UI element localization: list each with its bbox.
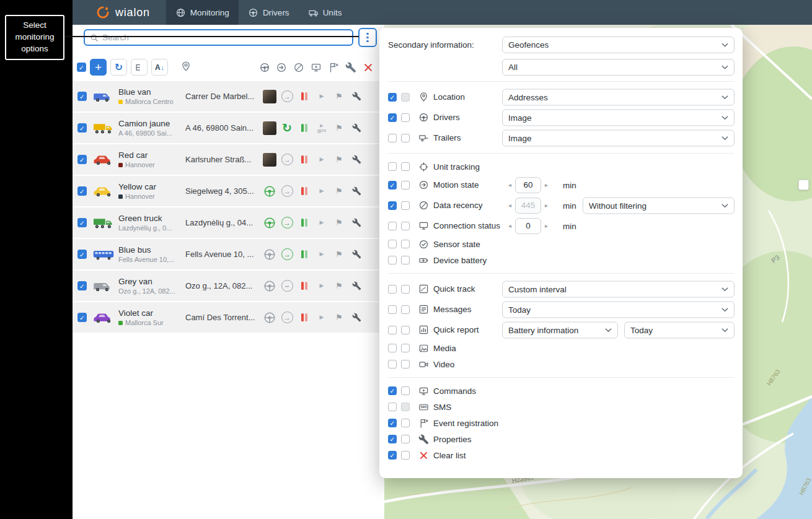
option-main-checkbox[interactable] xyxy=(388,222,397,230)
event-flag-icon[interactable]: ⚑ xyxy=(335,186,343,196)
select-all-checkbox[interactable] xyxy=(77,63,86,72)
properties-wrench-icon[interactable] xyxy=(352,218,361,227)
option-row[interactable]: Data recency ◂ 445 ▸ min Without filteri… xyxy=(388,195,735,216)
stepper[interactable]: ◂ 60 ▸ xyxy=(508,177,548,193)
option-main-checkbox[interactable] xyxy=(388,201,397,210)
unit-checkbox[interactable] xyxy=(77,123,87,133)
commands-play-icon[interactable]: ▶ xyxy=(320,188,324,194)
option-secondary-checkbox[interactable] xyxy=(401,256,410,264)
stepper[interactable]: ◂ 0 ▸ xyxy=(508,218,548,234)
events-column-header[interactable] xyxy=(325,62,342,73)
stepper-value[interactable]: 60 xyxy=(515,177,541,193)
tree-view-button[interactable] xyxy=(131,59,148,76)
driver-thumb[interactable] xyxy=(263,311,276,325)
properties-wrench-icon[interactable] xyxy=(352,92,361,101)
map-control[interactable] xyxy=(798,180,809,190)
option-row[interactable]: SMS xyxy=(388,399,735,415)
option-row[interactable]: Properties xyxy=(388,431,735,447)
option-secondary-checkbox[interactable] xyxy=(401,451,410,460)
commands-play-icon[interactable]: ▶ xyxy=(320,251,324,258)
commands-play-icon[interactable]: ▶ xyxy=(320,94,324,100)
properties-wrench-icon[interactable] xyxy=(352,123,361,133)
option-main-checkbox[interactable] xyxy=(388,403,397,411)
option-select[interactable]: Battery information xyxy=(502,321,618,338)
option-row[interactable]: Video xyxy=(388,356,735,372)
driver-thumb[interactable] xyxy=(263,279,276,293)
recency-column-header[interactable] xyxy=(290,62,307,73)
motion-column-header[interactable] xyxy=(273,62,290,73)
unit-checkbox[interactable] xyxy=(77,155,87,164)
unit-checkbox[interactable] xyxy=(77,250,87,259)
option-main-checkbox[interactable] xyxy=(388,435,397,443)
option-secondary-checkbox[interactable] xyxy=(401,344,410,352)
option-row[interactable]: Clear list xyxy=(388,447,735,463)
option-secondary-checkbox[interactable] xyxy=(401,305,410,314)
option-secondary-checkbox[interactable] xyxy=(401,240,410,248)
properties-wrench-icon[interactable] xyxy=(352,155,361,164)
unit-checkbox[interactable] xyxy=(77,313,87,322)
properties-wrench-icon[interactable] xyxy=(352,186,361,196)
option-row[interactable]: Unit tracking xyxy=(388,159,735,175)
option-main-checkbox[interactable] xyxy=(388,162,397,171)
option-select[interactable]: Without filtering xyxy=(583,197,735,214)
driver-column-header[interactable]: ▾ xyxy=(255,62,273,73)
refresh-button[interactable]: ↻ xyxy=(110,59,127,76)
option-secondary-checkbox[interactable] xyxy=(401,93,410,102)
stepper[interactable]: ◂ 445 ▸ xyxy=(508,198,548,214)
unit-row[interactable]: Yellow car Hannover Siegelweg 4, 305... … xyxy=(73,176,384,206)
option-secondary-checkbox[interactable] xyxy=(401,360,410,369)
option-secondary-checkbox[interactable] xyxy=(401,181,410,190)
option-row[interactable]: Media xyxy=(388,340,735,356)
event-flag-icon[interactable]: ⚑ xyxy=(335,155,343,164)
option-secondary-checkbox[interactable] xyxy=(401,326,410,334)
option-secondary-checkbox[interactable] xyxy=(401,386,410,395)
properties-wrench-icon[interactable] xyxy=(352,250,361,259)
option-row[interactable]: Commands xyxy=(388,383,735,399)
option-row[interactable]: Connection status ◂ 0 ▸ min xyxy=(388,216,735,236)
unit-row[interactable]: Red car Hannover Karlsruher Straß... ▶ ⚑ xyxy=(73,144,384,175)
stepper-decrease-icon[interactable]: ◂ xyxy=(508,222,511,229)
option-select[interactable]: Custom interval xyxy=(502,281,735,297)
option-secondary-checkbox[interactable] xyxy=(401,222,410,230)
option-main-checkbox[interactable] xyxy=(388,386,397,395)
option-secondary-checkbox[interactable] xyxy=(401,285,410,294)
geofence-filter-select[interactable]: All xyxy=(502,59,735,76)
option-select[interactable]: Today xyxy=(502,301,735,318)
option-secondary-checkbox[interactable] xyxy=(401,435,410,443)
option-main-checkbox[interactable] xyxy=(388,285,397,294)
commands-play-icon[interactable]: ▶ xyxy=(320,157,324,163)
option-select[interactable]: Image xyxy=(502,129,735,146)
event-flag-icon[interactable]: ⚑ xyxy=(335,123,343,133)
driver-thumb[interactable] xyxy=(263,121,276,135)
stepper-decrease-icon[interactable]: ◂ xyxy=(508,202,511,209)
properties-column-header[interactable] xyxy=(342,62,360,73)
option-select[interactable]: Today xyxy=(624,321,735,338)
event-flag-icon[interactable]: ⚑ xyxy=(335,92,343,101)
option-row[interactable]: Motion state ◂ 60 ▸ min xyxy=(388,175,735,195)
nav-tab[interactable]: Monitoring xyxy=(166,0,239,25)
properties-wrench-icon[interactable] xyxy=(352,281,361,290)
option-main-checkbox[interactable] xyxy=(388,256,397,264)
option-row[interactable]: Device battery xyxy=(388,252,735,268)
stepper-decrease-icon[interactable]: ◂ xyxy=(508,181,511,188)
properties-wrench-icon[interactable] xyxy=(352,313,361,322)
sort-button[interactable]: A↓ xyxy=(151,59,168,76)
search-box[interactable] xyxy=(84,29,353,46)
option-main-checkbox[interactable] xyxy=(388,113,397,122)
option-row[interactable]: Trailers Image xyxy=(388,128,735,148)
stepper-value[interactable]: 445 xyxy=(515,198,541,214)
unit-row[interactable]: Blue van Mallorca Centro Carrer De Marbe… xyxy=(73,81,384,111)
nav-tab[interactable]: Units xyxy=(299,0,351,25)
unit-row[interactable]: Grey van Ozo g., 12A, 082... Ozo g., 12A… xyxy=(73,271,384,301)
option-row[interactable]: Drivers Image xyxy=(388,107,735,128)
option-row[interactable]: Event registration xyxy=(388,415,735,431)
unit-row[interactable]: Violet car Mallorca Sur Camí Des Torrent… xyxy=(73,302,384,333)
driver-thumb[interactable] xyxy=(263,90,276,103)
secondary-info-select[interactable]: Geofences xyxy=(502,37,735,53)
unit-checkbox[interactable] xyxy=(77,92,87,101)
option-select[interactable]: Image xyxy=(502,109,735,126)
clear-list-button[interactable] xyxy=(360,62,377,73)
option-select[interactable]: Addresses xyxy=(502,89,735,105)
option-row[interactable]: Sensor state xyxy=(388,236,735,252)
option-main-checkbox[interactable] xyxy=(388,240,397,248)
